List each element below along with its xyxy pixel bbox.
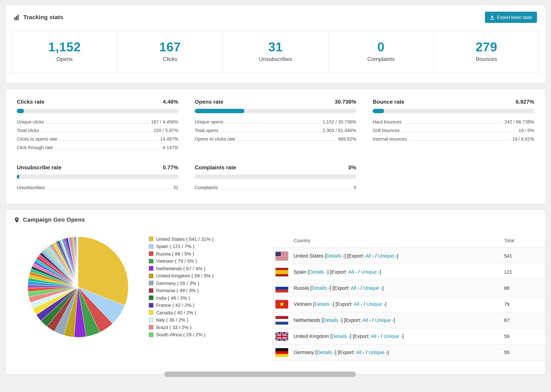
details-link[interactable]: Details › bbox=[326, 253, 344, 259]
legend-item-united-states[interactable]: United States ( 541 / 31% ) bbox=[149, 235, 252, 243]
table-row-germany: Germany [Details ›] [Export: All › / Uni… bbox=[272, 344, 545, 361]
export-all-link[interactable]: All › bbox=[365, 253, 374, 259]
export-unique-link[interactable]: Unique › bbox=[369, 350, 387, 355]
export-all-link[interactable]: All › bbox=[354, 301, 362, 307]
table-row-united-states: United States [Details ›] [Export: All ›… bbox=[272, 248, 545, 264]
stats-row: 1,152Opens167Clicks31Unsubscribes0Compla… bbox=[12, 31, 539, 73]
details-link[interactable]: Details › bbox=[332, 334, 350, 339]
export-all-link[interactable]: All › bbox=[362, 317, 371, 323]
horizontal-scrollbar-thumb[interactable] bbox=[164, 371, 356, 377]
legend-item-france[interactable]: France ( 42 / 2% ) bbox=[149, 301, 252, 309]
legend-item-vietnam[interactable]: Vietnam ( 79 / 5% ) bbox=[149, 257, 252, 265]
rate-row-value: 220 / 5.87% bbox=[154, 128, 178, 133]
export-unique-link[interactable]: Unique › bbox=[375, 317, 394, 323]
legend-item-italy[interactable]: Italy ( 36 / 2% ) bbox=[149, 316, 252, 324]
rate-row-value: 689.82% bbox=[338, 136, 356, 142]
stat-label: Complaints bbox=[328, 56, 433, 62]
export-basic-stats-label: Export basic stats bbox=[497, 15, 532, 20]
rate-row-value: 1,152 / 30.736% bbox=[323, 119, 356, 125]
rate-row-label: Clicks to opens rate bbox=[17, 136, 57, 142]
legend-item-india[interactable]: India ( 46 / 3% ) bbox=[149, 294, 252, 301]
country-links: Russia [Details ›] [Export: All › / Uniq… bbox=[294, 285, 384, 291]
stat-box-complaints: 0Complaints bbox=[328, 31, 434, 73]
total-cell: 86 bbox=[504, 285, 542, 291]
export-all-link[interactable]: All › bbox=[356, 350, 365, 355]
legend-label: Spain ( 121 / 7% ) bbox=[156, 244, 194, 249]
details-link[interactable]: Details › bbox=[309, 269, 327, 275]
legend-item-netherlands[interactable]: Netherlands ( 67 / 4% ) bbox=[149, 265, 252, 272]
rate-row-unsubscribes: Unsubscribes31 bbox=[17, 182, 178, 191]
legend-swatch bbox=[149, 288, 153, 293]
table-row-netherlands: Netherlands [Details ›] [Export: All › /… bbox=[272, 312, 545, 328]
export-unique-link[interactable]: Unique › bbox=[363, 285, 382, 291]
legend-swatch bbox=[149, 310, 153, 315]
export-unique-link[interactable]: Unique › bbox=[361, 269, 380, 275]
legend-swatch bbox=[149, 244, 153, 249]
stat-label: Clicks bbox=[117, 56, 222, 62]
stat-label: Opens bbox=[12, 56, 117, 62]
export-basic-stats-button[interactable]: Export basic stats bbox=[485, 12, 537, 23]
rate-row-value: 2,303 / 61.446% bbox=[323, 128, 356, 133]
rate-row-value: 14.497% bbox=[160, 136, 178, 142]
country-cell: Spain [Details ›] [Export: All › / Uniqu… bbox=[276, 268, 504, 276]
dotted-leader bbox=[47, 189, 171, 189]
progress-bar bbox=[373, 109, 534, 113]
rate-row-soft-bounces: Soft bounces18 / 0% bbox=[373, 125, 534, 134]
stat-box-bounces: 279Bounces bbox=[434, 31, 539, 73]
legend-label: Germany ( 55 / 3% ) bbox=[156, 280, 199, 286]
stat-label: Bounces bbox=[434, 56, 539, 62]
tracking-stats-header: Tracking stats Export basic stats bbox=[6, 5, 545, 29]
rate-percent: 6.927% bbox=[516, 99, 534, 105]
rate-percent: 30.736% bbox=[335, 99, 356, 105]
export-unique-link[interactable]: Unique › bbox=[384, 334, 403, 339]
legend-swatch bbox=[149, 259, 153, 263]
export-unique-link[interactable]: Unique › bbox=[378, 253, 397, 259]
export-all-link[interactable]: All › bbox=[348, 269, 357, 275]
details-link[interactable]: Details › bbox=[317, 350, 335, 355]
rate-percent: 4.46% bbox=[163, 99, 178, 105]
rate-row-label: Complaints bbox=[195, 185, 218, 190]
legend-swatch bbox=[149, 266, 153, 271]
details-link[interactable]: Details › bbox=[312, 285, 330, 291]
details-link[interactable]: Details › bbox=[323, 317, 341, 323]
details-link[interactable]: Details › bbox=[315, 301, 333, 307]
legend-swatch bbox=[149, 274, 153, 278]
legend-label: France ( 42 / 2% ) bbox=[156, 302, 194, 308]
legend-item-spain[interactable]: Spain ( 121 / 7% ) bbox=[149, 243, 252, 250]
geo-pie-chart[interactable] bbox=[27, 236, 129, 338]
country-column-header: Country bbox=[276, 238, 504, 243]
legend-item-russia[interactable]: Russia ( 86 / 5% ) bbox=[149, 250, 252, 257]
stat-value: 0 bbox=[328, 40, 433, 54]
rate-row-click-through-rate: Click through rate4.147% bbox=[17, 142, 178, 151]
legend-item-south-africa[interactable]: South Africa ( 29 / 2% ) bbox=[149, 331, 252, 338]
legend-item-romania[interactable]: Romania ( 49 / 3% ) bbox=[149, 287, 252, 294]
vn-flag-icon bbox=[276, 300, 288, 308]
tracking-stats-card: Tracking stats Export basic stats 1,152O… bbox=[6, 5, 545, 84]
legend-label: India ( 46 / 3% ) bbox=[156, 295, 190, 301]
map-marker-icon bbox=[14, 217, 20, 223]
legend-swatch bbox=[149, 318, 153, 322]
legend-swatch bbox=[149, 325, 153, 329]
legend-item-brazil[interactable]: Brazil ( 33 / 2% ) bbox=[149, 324, 252, 331]
dotted-leader bbox=[41, 132, 152, 132]
rate-row-value: 0 bbox=[354, 185, 356, 190]
progress-fill bbox=[373, 109, 384, 113]
legend-item-canada[interactable]: Canada ( 40 / 2% ) bbox=[149, 309, 252, 316]
rate-block-bounce-rate: Bounce rate6.927%Hard bounces242 / 86.73… bbox=[373, 99, 534, 151]
rate-row-hard-bounces: Hard bounces242 / 86.738% bbox=[373, 117, 534, 125]
legend-item-germany[interactable]: Germany ( 55 / 3% ) bbox=[149, 280, 252, 287]
tracking-stats-page: Tracking stats Export basic stats 1,152O… bbox=[0, 0, 551, 392]
country-cell: United Kingdom [Details ›] [Export: All … bbox=[276, 332, 504, 341]
legend-item-united-kingdom[interactable]: United Kingdom ( 59 / 3% ) bbox=[149, 272, 252, 280]
total-cell: 55 bbox=[504, 350, 542, 355]
export-unique-link[interactable]: Unique › bbox=[366, 301, 385, 307]
legend-swatch bbox=[149, 332, 153, 337]
stat-value: 167 bbox=[117, 40, 222, 54]
rate-row-label: Total clicks bbox=[17, 128, 39, 133]
export-all-link[interactable]: All › bbox=[351, 285, 359, 291]
nl-flag-icon bbox=[276, 316, 288, 324]
rate-row-unique-opens: Unique opens1,152 / 30.736% bbox=[195, 117, 356, 125]
export-all-link[interactable]: All › bbox=[371, 334, 379, 339]
us-flag-icon bbox=[276, 252, 288, 260]
legend-label: Brazil ( 33 / 2% ) bbox=[156, 325, 191, 330]
